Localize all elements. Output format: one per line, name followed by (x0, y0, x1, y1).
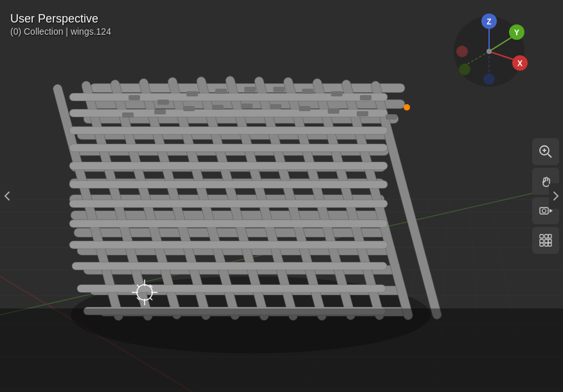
svg-rect-63 (129, 95, 140, 100)
svg-rect-56 (69, 181, 388, 188)
transform-gizmo (125, 273, 164, 312)
svg-point-107 (487, 49, 492, 54)
navigation-gizmo[interactable]: Z Y X (451, 13, 528, 90)
svg-rect-75 (212, 105, 224, 110)
svg-point-105 (459, 64, 470, 75)
svg-rect-61 (77, 285, 386, 292)
svg-rect-74 (183, 106, 195, 111)
svg-rect-66 (215, 89, 227, 94)
svg-rect-118 (545, 240, 549, 244)
svg-point-106 (483, 73, 495, 85)
svg-rect-81 (386, 114, 397, 120)
svg-line-89 (150, 298, 152, 300)
svg-rect-69 (302, 89, 314, 94)
svg-rect-71 (360, 95, 371, 100)
svg-rect-77 (270, 104, 282, 109)
svg-rect-119 (548, 243, 551, 246)
svg-rect-58 (69, 220, 388, 227)
svg-rect-120 (548, 240, 551, 243)
svg-rect-117 (540, 240, 544, 244)
svg-rect-60 (72, 262, 387, 270)
svg-rect-115 (540, 235, 544, 238)
svg-rect-52 (69, 109, 388, 117)
svg-rect-65 (186, 91, 198, 96)
svg-rect-54 (69, 144, 388, 152)
svg-text:X: X (517, 59, 523, 68)
svg-rect-57 (69, 200, 388, 208)
svg-rect-73 (154, 109, 166, 114)
svg-rect-64 (157, 100, 169, 105)
svg-rect-70 (331, 91, 343, 96)
svg-rect-122 (540, 243, 544, 246)
svg-rect-55 (69, 162, 388, 170)
svg-point-104 (456, 46, 468, 57)
svg-marker-114 (550, 209, 553, 213)
svg-rect-80 (357, 111, 368, 116)
svg-rect-68 (273, 87, 285, 92)
svg-rect-79 (328, 109, 339, 114)
svg-text:Y: Y (514, 28, 519, 37)
svg-rect-76 (241, 103, 253, 109)
svg-rect-121 (545, 243, 548, 246)
zoom-in-button[interactable] (532, 138, 559, 165)
svg-line-109 (548, 154, 552, 158)
viewport[interactable]: User Perspective (0) Collection | wings.… (0, 0, 563, 392)
svg-point-113 (542, 209, 546, 213)
svg-rect-116 (545, 235, 549, 238)
scroll-right-arrow[interactable] (549, 183, 563, 209)
grid-button[interactable] (532, 227, 559, 254)
svg-rect-72 (122, 112, 134, 118)
svg-rect-67 (244, 87, 256, 92)
svg-text:Z: Z (487, 17, 491, 26)
selected-object-dot (404, 104, 410, 111)
svg-rect-123 (548, 235, 551, 238)
svg-rect-59 (69, 241, 388, 249)
svg-rect-82 (0, 308, 563, 392)
svg-rect-78 (299, 106, 310, 111)
svg-line-88 (137, 285, 139, 287)
svg-rect-53 (69, 127, 388, 134)
scroll-left-arrow[interactable] (0, 183, 14, 209)
